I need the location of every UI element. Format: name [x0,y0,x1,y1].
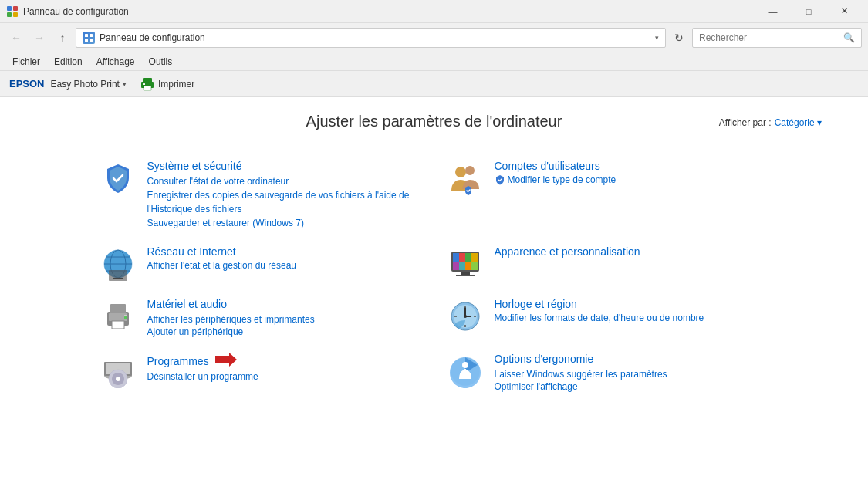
systeme-info: Système et sécurité Consulter l'état de … [147,160,422,230]
svg-rect-7 [90,39,93,42]
svg-rect-36 [112,321,124,329]
toolbar-app: Easy Photo Print ▾ [51,79,127,90]
svg-rect-37 [124,316,127,319]
epson-logo: EPSON [9,78,45,90]
svg-rect-20 [113,278,123,279]
clock-icon [447,298,484,335]
address-icon [83,32,95,44]
svg-rect-11 [143,83,145,85]
toolbar: EPSON Easy Photo Print ▾ Imprimer [0,71,868,97]
svg-point-57 [462,362,468,368]
back-button[interactable]: ← [6,28,26,48]
svg-point-53 [116,377,120,381]
svg-rect-2 [7,12,12,17]
systeme-link-3[interactable]: Sauvegarder et restaurer (Windows 7) [147,216,422,230]
materiel-title[interactable]: Matériel et audio [147,298,315,310]
svg-rect-26 [471,253,478,262]
svg-rect-32 [456,275,475,276]
menu-affichage[interactable]: Affichage [90,55,141,69]
page-title: Ajuster les paramètres de l'ordinateur [46,113,822,130]
menu-fichier[interactable]: Fichier [6,55,46,69]
address-bar: ← → ↑ Panneau de configuration ▾ ↻ 🔍 [0,23,868,52]
systeme-title[interactable]: Système et sécurité [147,160,422,172]
reseau-title[interactable]: Réseau et Internet [147,245,297,258]
svg-rect-23 [453,253,459,262]
ergonomie-link-1[interactable]: Laisser Windows suggérer les paramètres [495,367,667,381]
systeme-link-1[interactable]: Consulter l'état de votre ordinateur [147,174,422,188]
materiel-link-1[interactable]: Afficher les périphériques et imprimante… [147,313,315,326]
svg-rect-24 [459,253,465,262]
categories-grid: Système et sécurité Consulter l'état de … [87,152,782,400]
network-icon [100,245,137,282]
materiel-link-2[interactable]: Ajouter un périphérique [147,326,315,337]
address-box: Panneau de configuration ▾ [76,28,666,48]
programmes-title[interactable]: Programmes [147,353,258,369]
svg-rect-31 [461,272,470,275]
close-button[interactable]: ✕ [826,0,862,23]
systeme-link-2[interactable]: Enregistrer des copies de sauvegarde de … [147,188,422,216]
search-input[interactable] [699,32,840,43]
hardware-icon [100,298,137,335]
svg-rect-4 [85,34,88,37]
category-comptes: Comptes d'utilisateurs Modifier le type … [434,152,782,238]
up-button[interactable]: ↑ [52,28,73,48]
programmes-arrow [215,353,237,369]
print-button[interactable]: Imprimer [140,76,194,92]
comptes-title[interactable]: Comptes d'utilisateurs [495,160,616,172]
view-by-label: Afficher par : [719,117,772,128]
security-icon [100,160,137,197]
svg-rect-5 [90,34,93,37]
programmes-link-1[interactable]: Désinstaller un programme [147,371,258,382]
search-icon: 🔍 [843,32,855,43]
address-text: Panneau de configuration [100,32,650,43]
comptes-link-1[interactable]: Modifier le type de compte [508,174,616,185]
svg-point-12 [455,167,466,177]
menu-bar: Fichier Edition Affichage Outils [0,52,868,71]
category-apparence: Apparence et personnalisation [434,238,782,290]
comptes-info: Comptes d'utilisateurs Modifier le type … [495,160,616,185]
ergonomie-title[interactable]: Options d'ergonomie [495,353,667,365]
category-ergonomie: Options d'ergonomie Laisser Windows sugg… [434,345,782,400]
menu-edition[interactable]: Edition [48,55,89,69]
svg-rect-0 [7,6,12,11]
category-materiel: Matériel et audio Afficher les périphéri… [87,290,434,345]
title-bar: Panneau de configuration — □ ✕ [0,0,868,23]
refresh-button[interactable]: ↻ [669,28,689,48]
forward-button[interactable]: → [29,28,49,48]
horloge-title[interactable]: Horloge et région [495,298,704,310]
titlebar-icon [6,5,19,18]
reseau-info: Réseau et Internet Afficher l'état et la… [147,245,297,271]
appearance-icon [447,245,484,282]
svg-marker-55 [215,353,237,367]
svg-rect-25 [465,253,471,262]
materiel-info: Matériel et audio Afficher les périphéri… [147,298,315,337]
printer-icon [140,76,155,92]
titlebar-title: Panneau de configuration [23,6,755,17]
programs-icon [100,353,137,390]
category-horloge: Horloge et région Modifier les formats d… [434,290,782,345]
toolbar-app-dropdown[interactable]: ▾ [123,80,127,88]
svg-rect-35 [110,304,126,313]
view-by-value[interactable]: Catégorie ▾ [775,117,822,128]
svg-rect-10 [144,86,151,90]
horloge-info: Horloge et région Modifier les formats d… [495,298,704,323]
svg-rect-27 [453,262,459,270]
shield-badge-icon [495,174,505,185]
apparence-title[interactable]: Apparence et personnalisation [495,245,640,258]
ergonomie-link-2[interactable]: Optimiser l'affichage [495,381,667,392]
menu-outils[interactable]: Outils [143,55,179,69]
address-dropdown-icon[interactable]: ▾ [655,34,659,42]
minimize-button[interactable]: — [755,0,791,23]
search-box: 🔍 [692,28,862,48]
horloge-link-1[interactable]: Modifier les formats de date, d'heure ou… [495,313,704,323]
maximize-button[interactable]: □ [791,0,826,23]
category-reseau: Réseau et Internet Afficher l'état et la… [87,238,434,290]
reseau-link-1[interactable]: Afficher l'état et la gestion du réseau [147,260,297,271]
svg-rect-28 [459,262,465,270]
programmes-info: Programmes Désinstaller un programme [147,353,258,382]
accounts-icon [447,160,484,197]
toolbar-app-name: Easy Photo Print [51,79,120,90]
svg-point-13 [465,166,475,175]
svg-rect-38 [124,315,127,316]
print-label: Imprimer [158,79,194,90]
